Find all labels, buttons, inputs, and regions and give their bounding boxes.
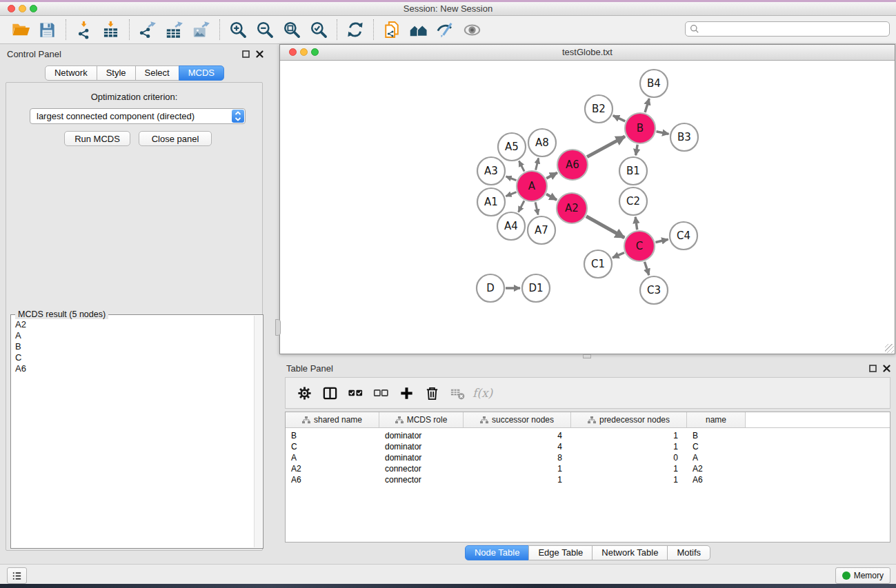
graph-node-C4[interactable]: C4 [670, 222, 697, 250]
tab-node-table[interactable]: Node Table [465, 545, 530, 560]
graph-node-A7[interactable]: A7 [528, 216, 555, 244]
edge-A-A6[interactable] [546, 173, 557, 179]
graph-node-B[interactable]: B [625, 113, 655, 143]
open-file-icon[interactable] [9, 19, 32, 41]
tab-network-table[interactable]: Network Table [592, 545, 668, 560]
table-cell[interactable]: 1 [464, 474, 571, 485]
table-cell[interactable]: A6 [286, 474, 379, 485]
column-header-name[interactable]: name [687, 412, 746, 427]
result-list-scrollbar[interactable] [254, 316, 262, 547]
zoom-selected-icon[interactable] [307, 19, 330, 41]
edge-A2-C[interactable] [586, 216, 624, 238]
table-row[interactable]: Adominator80A [286, 452, 890, 463]
result-item[interactable]: A6 [12, 363, 254, 374]
result-item[interactable]: B [12, 341, 254, 352]
resize-grip-icon[interactable] [885, 344, 894, 353]
edge-C-C4[interactable] [655, 239, 668, 242]
edge-A-A3[interactable] [506, 176, 517, 181]
edge-A-A1[interactable] [506, 192, 516, 196]
session-file-icon[interactable] [380, 19, 403, 41]
table-cell[interactable]: 1 [571, 474, 687, 485]
tab-motifs[interactable]: Motifs [667, 545, 710, 560]
graph-node-B1[interactable]: B1 [619, 157, 647, 185]
graph-node-B3[interactable]: B3 [670, 123, 698, 151]
table-row[interactable]: Cdominator41C [286, 441, 890, 452]
close-panel-button[interactable]: Close panel [139, 131, 212, 146]
result-item[interactable]: A2 [12, 319, 254, 330]
graph-node-C[interactable]: C [624, 231, 655, 261]
close-panel-icon[interactable] [256, 50, 263, 58]
result-item[interactable]: C [12, 352, 254, 363]
table-cell[interactable]: A [286, 452, 379, 463]
table-cell[interactable]: 4 [464, 441, 571, 452]
graph-node-A6[interactable]: A6 [557, 150, 588, 180]
column-header-mcds-role[interactable]: MCDS role [379, 412, 464, 427]
task-history-button[interactable] [7, 567, 27, 584]
tab-network[interactable]: Network [45, 65, 97, 81]
home-icon[interactable] [407, 19, 430, 41]
edge-A-A8[interactable] [536, 158, 539, 170]
import-table-icon[interactable] [99, 19, 122, 41]
network-graph[interactable]: B4B2BB3A5A8A6A3B1AA1C2A2A4A7C4CC1C3DD1 [280, 61, 895, 354]
edge-A-A7[interactable] [535, 202, 538, 214]
export-image-icon[interactable] [190, 19, 212, 41]
table-cell[interactable]: 1 [571, 463, 687, 474]
table-cell[interactable]: 1 [464, 463, 571, 474]
refresh-layout-icon[interactable] [344, 19, 366, 41]
edge-A-A2[interactable] [546, 194, 557, 200]
network-canvas[interactable]: B4B2BB3A5A8A6A3B1AA1C2A2A4A7C4CC1C3DD1 [280, 61, 895, 354]
network-window-titlebar[interactable]: testGlobe.txt [280, 45, 895, 61]
edge-A-A4[interactable] [519, 201, 524, 212]
run-mcds-button[interactable]: Run MCDS [64, 131, 130, 146]
graph-node-A8[interactable]: A8 [528, 129, 556, 156]
graph-node-B4[interactable]: B4 [640, 70, 668, 97]
edge-C-C2[interactable] [635, 217, 637, 230]
graph-node-A2[interactable]: A2 [557, 193, 587, 223]
table-cell[interactable]: 4 [464, 430, 571, 441]
save-session-icon[interactable] [36, 19, 59, 41]
select-all-icon[interactable] [343, 381, 368, 405]
graph-node-C1[interactable]: C1 [584, 250, 612, 278]
column-header-predecessor-nodes[interactable]: predecessor nodes [571, 412, 687, 427]
table-cell[interactable]: A6 [687, 474, 746, 485]
edge-C-C1[interactable] [613, 253, 624, 258]
window-titlebar[interactable]: Session: New Session [0, 2, 896, 16]
table-cell[interactable]: 0 [571, 452, 687, 463]
tab-style[interactable]: Style [97, 65, 136, 81]
table-row[interactable]: A2connector11A2 [286, 463, 890, 474]
table-cell[interactable]: B [687, 430, 746, 441]
table-cell[interactable]: A2 [687, 463, 746, 474]
table-cell[interactable]: B [286, 430, 379, 441]
graph-node-C3[interactable]: C3 [640, 276, 668, 304]
table-cell[interactable]: 1 [571, 430, 687, 441]
table-cell[interactable]: dominator [379, 452, 464, 463]
float-table-panel-icon[interactable] [869, 365, 877, 372]
table-cell[interactable]: dominator [379, 430, 464, 441]
graph-node-D1[interactable]: D1 [522, 274, 550, 302]
export-network-icon[interactable] [136, 19, 159, 41]
edge-C-C3[interactable] [645, 262, 649, 275]
import-network-icon[interactable] [72, 19, 95, 41]
float-panel-icon[interactable] [242, 50, 250, 58]
edge-A6-B[interactable] [587, 136, 625, 157]
table-cell[interactable]: C [286, 441, 379, 452]
export-table-icon[interactable] [163, 19, 186, 41]
close-table-panel-icon[interactable] [883, 365, 890, 372]
edge-B-B4[interactable] [645, 99, 649, 112]
memory-button[interactable]: Memory [835, 567, 890, 584]
optimization-criterion-dropdown[interactable]: largest connected component (directed) [30, 108, 246, 124]
graph-node-D[interactable]: D [477, 274, 504, 302]
column-visibility-icon[interactable] [317, 381, 343, 405]
eye-icon[interactable] [461, 19, 484, 41]
tab-select[interactable]: Select [135, 65, 179, 81]
search-box[interactable] [685, 21, 890, 37]
table-row[interactable]: Bdominator41B [286, 430, 890, 441]
graph-node-C2[interactable]: C2 [619, 187, 647, 215]
node-table[interactable]: shared nameMCDS rolesuccessor nodesprede… [285, 412, 890, 543]
graph-node-A3[interactable]: A3 [477, 157, 505, 185]
zoom-in-icon[interactable] [226, 19, 249, 41]
table-row[interactable]: A6connector11A6 [286, 474, 890, 485]
graph-node-A4[interactable]: A4 [497, 212, 525, 240]
edge-B-B1[interactable] [636, 145, 638, 156]
table-cell[interactable]: A2 [286, 463, 379, 474]
